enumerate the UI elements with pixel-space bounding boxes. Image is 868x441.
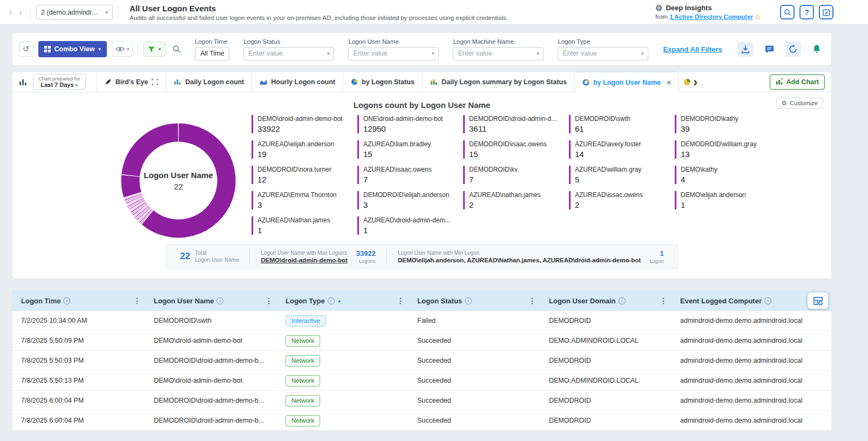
table-row[interactable]: 7/8/2025 6:00:04 PM DEMODROID\droid-admi… (12, 411, 831, 431)
legend-item[interactable]: DEMO\droid-admin-demo-bot 33922 (252, 115, 357, 133)
column-visibility-button[interactable]: ▾ (112, 42, 133, 57)
column-header[interactable]: Logon Time i ▲ ⋮ (12, 290, 145, 311)
column-header[interactable]: Logon User Domain i ▲ ⋮ (540, 290, 672, 311)
cell-logon-status: Succeeded (409, 351, 540, 370)
legend-item[interactable]: ONE\droid-admin-demo-bot 12950 (357, 115, 463, 133)
cell-logon-time: 7/8/2025 5:50:13 PM (12, 371, 145, 390)
tabs-scroll-next-button[interactable]: › (693, 76, 697, 89)
tab-hourly-logon-count[interactable]: Hourly Logon count (252, 72, 343, 92)
tab-daily-logon-count[interactable]: Daily Logon count (166, 72, 252, 92)
alerts-button[interactable] (809, 42, 825, 57)
customize-chart-button[interactable]: ⚙ Customize (776, 98, 823, 108)
summary-min-users: DEMO\elijah.anderson, AZUREAD\Nathan.jam… (398, 257, 641, 263)
legend-item[interactable]: AZUREAD\issac.owens 2 (569, 191, 675, 209)
cell-logon-user-domain: DEMO.ADMINDROID.LOCAL (540, 331, 672, 350)
expand-all-filters-link[interactable]: Expand All Filters (663, 45, 722, 53)
from-prefix: from (655, 13, 668, 20)
column-header[interactable]: Logon Status i ▲ ⋮ (409, 290, 540, 311)
table-settings-button[interactable] (808, 293, 828, 309)
cell-logon-status: Succeeded (409, 371, 540, 390)
legend-item[interactable]: AZUREAD\elijah.anderson 19 (252, 140, 357, 159)
tab-birds-eye[interactable]: Bird's Eye (97, 72, 166, 92)
deep-insights-label: Deep Insights (666, 4, 711, 12)
help-button[interactable]: ? (799, 5, 814, 19)
table-row[interactable]: 7/8/2025 5:50:03 PM DEMODROID\droid-admi… (12, 351, 831, 371)
tab-by-logon-status[interactable]: by Logon Status (343, 72, 422, 92)
legend-item[interactable]: DEMO\elijah.anderson 1 (675, 191, 781, 209)
summary-min-label: Logon User Name with Min Logon (398, 250, 641, 256)
customize-label: Customize (790, 100, 818, 106)
legend-item[interactable]: AZUREAD\isaac.owens 7 (357, 166, 463, 184)
quick-search-button[interactable] (171, 45, 182, 53)
legend-item[interactable]: AZUREAD\nathan.james 2 (463, 191, 569, 209)
area-chart-icon (260, 78, 267, 85)
feedback-button[interactable] (761, 42, 777, 57)
tab-by-logon-user-name[interactable]: by Logon User Name × (574, 72, 679, 92)
add-chart-button[interactable]: Add Chart (770, 74, 825, 90)
legend-item[interactable]: DEMODROID\kv 7 (463, 166, 569, 184)
export-button[interactable] (737, 42, 754, 57)
legend-item[interactable]: AZUREAD\Nathan.james 1 (252, 216, 357, 235)
legend-item[interactable]: DEMODROID\swth 61 (569, 115, 675, 133)
global-search-button[interactable] (780, 5, 795, 19)
legend-item[interactable]: AZUREAD\droid-admin-dem... 1 (357, 216, 463, 235)
back-button[interactable]: ‹ (6, 6, 15, 18)
legend-item[interactable]: DEMODROID\kathy 39 (675, 115, 781, 133)
chevron-down-icon: ▾ (105, 10, 108, 15)
filter-select[interactable]: Enter value ▾ (348, 47, 439, 60)
info-icon: i (764, 297, 771, 304)
column-menu-icon[interactable]: ⋮ (660, 296, 667, 305)
donut-chart[interactable] (120, 123, 236, 239)
table-row[interactable]: 7/8/2025 5:50:09 PM DEMO\droid-admin-dem… (12, 331, 831, 351)
legend-item[interactable]: DEMODROID\elijah.anderson 3 (357, 191, 463, 209)
legend-item[interactable]: DEMODROID\william.gray 13 (675, 140, 781, 159)
legend-item[interactable]: DEMO\kathy 4 (675, 166, 781, 184)
legend-item[interactable]: DEMODROID\droid-admin-d... 3611 (463, 115, 569, 133)
summary-total-caption2: Logon User Name (195, 256, 239, 264)
active-directory-computer-link[interactable]: 1 Active Directory Computer (669, 13, 753, 20)
chart-range-selector[interactable]: Chart prepared for Last 7 Days ▾ (33, 74, 86, 90)
table-row[interactable]: 7/8/2025 5:50:13 PM DEMO\droid-admin-dem… (12, 371, 831, 391)
table-row[interactable]: 7/8/2025 6:00:04 PM DEMODROID\droid-admi… (12, 391, 831, 411)
tab-daily-logon-summary[interactable]: Daily Logon summary by Logon Status (422, 72, 574, 92)
column-menu-icon[interactable]: ⋮ (528, 296, 536, 305)
filter-select[interactable]: Enter value ▾ (558, 47, 648, 60)
cell-logon-user-name: DEMO\droid-admin-demo-bot (145, 371, 277, 390)
summary-max-user-link[interactable]: DEMO\droid-admin-demo-bot (261, 257, 347, 263)
reset-filters-button[interactable]: ↺ (19, 42, 33, 57)
legend-item[interactable]: AZUREAD\william.gray 5 (569, 166, 675, 184)
tenant-selector[interactable]: 2 (demo.admindr... ▾ (36, 5, 113, 20)
combo-view-button[interactable]: Combo View ▾ (38, 41, 107, 57)
cell-logon-status: Succeeded (409, 411, 540, 430)
filter-select[interactable]: Enter value ▾ (243, 47, 334, 60)
legend-item[interactable]: DEMODROID\nora.turner 12 (252, 166, 357, 184)
legend-item[interactable]: AZUREAD\Emma Thornton 3 (252, 191, 357, 209)
legend-item[interactable]: AZUREAD\avery.foster 14 (569, 140, 675, 159)
close-icon[interactable]: × (667, 78, 671, 87)
legend-user-name: AZUREAD\avery.foster (575, 140, 672, 148)
logon-time-filter[interactable]: All Time (195, 47, 229, 60)
filter-button[interactable]: ▾ (143, 42, 166, 57)
column-label: Logon Type (286, 297, 325, 305)
filter-select[interactable]: Enter value ▾ (453, 47, 544, 60)
column-menu-icon[interactable]: ⋮ (265, 296, 273, 305)
legend-item[interactable]: DEMODROID\isaac.owens 15 (463, 140, 569, 159)
column-header[interactable]: Logon Type i ▲ ⋮ (277, 290, 409, 311)
cell-logon-status: Succeeded (409, 391, 540, 410)
table-row[interactable]: 7/2/2025 10:34:00 AM DEMODROID\swth Inte… (12, 311, 831, 331)
cell-logon-user-name: DEMO\droid-admin-demo-bot (145, 331, 277, 350)
forward-button[interactable]: › (16, 6, 25, 18)
column-header[interactable]: Logon User Name i ▲ ⋮ (145, 290, 277, 311)
column-menu-icon[interactable]: ⋮ (133, 296, 141, 305)
cell-event-logged-computer: admindroid-demo.demo.admindroid.local (672, 351, 831, 370)
table-body: 7/2/2025 10:34:00 AM DEMODROID\swth Inte… (12, 311, 831, 431)
question-icon: ? (804, 8, 809, 17)
schedule-button[interactable] (819, 5, 833, 19)
chevron-down-icon: ▾ (158, 46, 161, 52)
legend-count: 12 (257, 175, 357, 184)
chat-icon (764, 44, 775, 55)
legend-item[interactable]: AZUREAD\liam.bradley 15 (357, 140, 463, 159)
column-menu-icon[interactable]: ⋮ (397, 296, 404, 305)
tab-partial[interactable] (679, 78, 691, 86)
refresh-schedule-button[interactable] (785, 42, 801, 57)
